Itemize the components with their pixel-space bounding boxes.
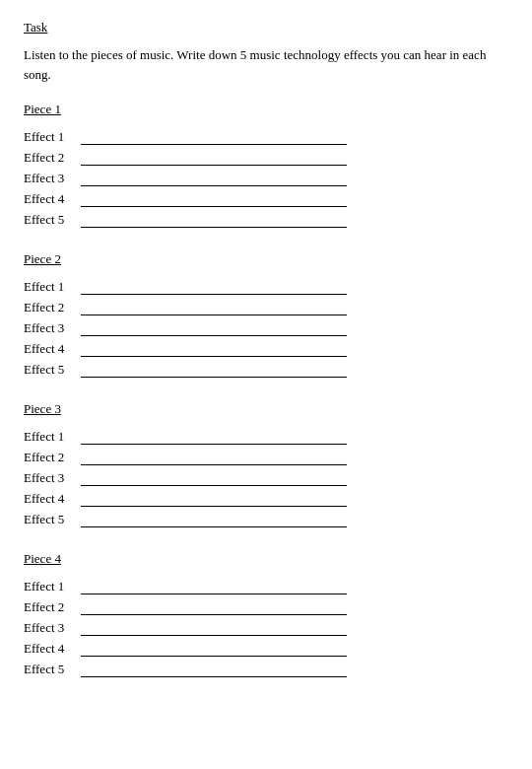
effect-label-p4-e5: Effect 5 xyxy=(24,662,77,677)
effect-row-p2-e2: Effect 2 xyxy=(24,300,508,315)
effect-row-p2-e5: Effect 5 xyxy=(24,362,508,378)
effect-label-p3-e4: Effect 4 xyxy=(24,491,77,507)
effect-label-p4-e4: Effect 4 xyxy=(24,641,77,657)
effect-label-p4-e2: Effect 2 xyxy=(24,599,77,615)
effect-label-p3-e5: Effect 5 xyxy=(24,512,77,527)
effect-input-line-p4-e1[interactable] xyxy=(81,581,347,594)
effect-input-line-p2-e4[interactable] xyxy=(81,343,347,357)
effect-label-p2-e2: Effect 2 xyxy=(24,300,77,315)
effect-label-p3-e2: Effect 2 xyxy=(24,450,77,465)
effect-input-line-p3-e1[interactable] xyxy=(81,431,347,445)
effect-input-line-p1-e1[interactable] xyxy=(81,131,347,145)
effect-row-p4-e3: Effect 3 xyxy=(24,620,508,636)
effect-row-p3-e5: Effect 5 xyxy=(24,512,508,527)
effect-row-p1-e4: Effect 4 xyxy=(24,191,508,207)
effect-label-p2-e4: Effect 4 xyxy=(24,341,77,357)
effect-label-p1-e3: Effect 3 xyxy=(24,171,77,186)
effect-input-line-p4-e2[interactable] xyxy=(81,601,347,615)
effect-label-p4-e1: Effect 1 xyxy=(24,579,77,594)
piece-title-1: Piece 1 xyxy=(24,102,508,117)
effect-row-p1-e3: Effect 3 xyxy=(24,171,508,186)
effect-input-line-p2-e1[interactable] xyxy=(81,281,347,295)
effect-input-line-p3-e3[interactable] xyxy=(81,472,347,486)
effect-input-line-p2-e3[interactable] xyxy=(81,322,347,336)
effect-input-line-p3-e2[interactable] xyxy=(81,452,347,465)
piece-section-1: Piece 1Effect 1Effect 2Effect 3Effect 4E… xyxy=(24,102,508,228)
effect-row-p2-e1: Effect 1 xyxy=(24,279,508,295)
effect-row-p3-e1: Effect 1 xyxy=(24,429,508,445)
effect-row-p3-e3: Effect 3 xyxy=(24,470,508,486)
effect-label-p4-e3: Effect 3 xyxy=(24,620,77,636)
effect-input-line-p2-e2[interactable] xyxy=(81,302,347,315)
task-title: Task xyxy=(24,20,508,35)
effect-label-p3-e3: Effect 3 xyxy=(24,470,77,486)
effect-row-p3-e2: Effect 2 xyxy=(24,450,508,465)
task-instruction: Listen to the pieces of music. Write dow… xyxy=(24,45,508,84)
piece-section-2: Piece 2Effect 1Effect 2Effect 3Effect 4E… xyxy=(24,251,508,378)
effect-row-p2-e4: Effect 4 xyxy=(24,341,508,357)
effect-input-line-p3-e4[interactable] xyxy=(81,493,347,507)
effect-input-line-p1-e4[interactable] xyxy=(81,193,347,207)
effect-label-p1-e4: Effect 4 xyxy=(24,191,77,207)
piece-title-4: Piece 4 xyxy=(24,551,508,567)
effect-input-line-p2-e5[interactable] xyxy=(81,364,347,378)
piece-section-3: Piece 3Effect 1Effect 2Effect 3Effect 4E… xyxy=(24,401,508,527)
effect-input-line-p1-e2[interactable] xyxy=(81,152,347,166)
effect-input-line-p1-e3[interactable] xyxy=(81,173,347,186)
effect-input-line-p4-e4[interactable] xyxy=(81,643,347,657)
effect-label-p2-e5: Effect 5 xyxy=(24,362,77,378)
effect-row-p1-e1: Effect 1 xyxy=(24,129,508,145)
effect-input-line-p4-e3[interactable] xyxy=(81,622,347,636)
effect-input-line-p4-e5[interactable] xyxy=(81,664,347,677)
effect-label-p2-e3: Effect 3 xyxy=(24,320,77,336)
effect-row-p4-e1: Effect 1 xyxy=(24,579,508,594)
piece-title-3: Piece 3 xyxy=(24,401,508,417)
effect-row-p4-e5: Effect 5 xyxy=(24,662,508,677)
effect-input-line-p3-e5[interactable] xyxy=(81,514,347,527)
effect-row-p4-e2: Effect 2 xyxy=(24,599,508,615)
effect-row-p2-e3: Effect 3 xyxy=(24,320,508,336)
effect-row-p1-e5: Effect 5 xyxy=(24,212,508,228)
effect-label-p2-e1: Effect 1 xyxy=(24,279,77,295)
effect-row-p4-e4: Effect 4 xyxy=(24,641,508,657)
effect-label-p1-e2: Effect 2 xyxy=(24,150,77,166)
effect-row-p3-e4: Effect 4 xyxy=(24,491,508,507)
effect-row-p1-e2: Effect 2 xyxy=(24,150,508,166)
piece-section-4: Piece 4Effect 1Effect 2Effect 3Effect 4E… xyxy=(24,551,508,677)
effect-label-p1-e1: Effect 1 xyxy=(24,129,77,145)
effect-label-p1-e5: Effect 5 xyxy=(24,212,77,228)
effect-input-line-p1-e5[interactable] xyxy=(81,214,347,228)
effect-label-p3-e1: Effect 1 xyxy=(24,429,77,445)
piece-title-2: Piece 2 xyxy=(24,251,508,267)
